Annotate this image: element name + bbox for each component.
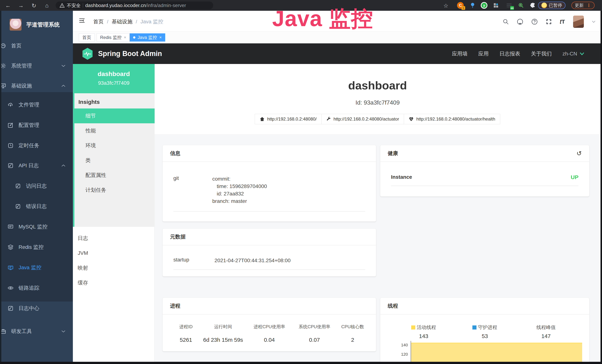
- subnav-jvm[interactable]: JVM: [73, 246, 155, 260]
- breadcrumb-current: Java 监控: [140, 18, 163, 25]
- health-url-button[interactable]: http://192.168.0.2:48080/actuator/health: [404, 114, 500, 124]
- sidebar-item-dev-tools[interactable]: 研发工具: [0, 324, 73, 339]
- sidebar-item-api-log[interactable]: API 日志: [0, 158, 73, 173]
- sidebar-item-jobs[interactable]: 定时任务: [0, 138, 73, 153]
- help-icon[interactable]: [531, 19, 538, 25]
- paused-label: 已暂停: [549, 2, 562, 8]
- sba-brand-title[interactable]: Spring Boot Admin: [98, 50, 162, 58]
- avatar[interactable]: [573, 16, 584, 28]
- recording-paused-pill[interactable]: 已暂停: [538, 2, 566, 9]
- extension-green-y-icon[interactable]: y: [481, 2, 487, 9]
- sidebar-item-mysql[interactable]: MySQL 监控: [0, 220, 73, 234]
- subnav-classes[interactable]: 类: [74, 153, 155, 168]
- edit-icon: [7, 122, 14, 128]
- not-secure-warning-icon: [60, 3, 64, 8]
- sba-nav-about[interactable]: 关于我们: [531, 50, 552, 57]
- sidebar-item-java-monitor[interactable]: Java 监控: [0, 260, 73, 275]
- instance-header[interactable]: dashboard 93a3fc7f7409: [73, 64, 155, 93]
- tab-label: 首页: [82, 34, 91, 40]
- sidebar-item-config[interactable]: 配置管理: [0, 118, 73, 132]
- document-edit-icon: [15, 204, 21, 209]
- legend-label: 守护进程: [478, 324, 497, 331]
- breadcrumb-infra[interactable]: 基础设施: [112, 18, 132, 25]
- annotation-text: Java 监控: [272, 4, 373, 34]
- subnav-label: 配置属性: [86, 172, 106, 179]
- sba-nav-wallboard[interactable]: 应用墙: [452, 50, 468, 57]
- sidebar-item-tracing[interactable]: 链路追踪: [0, 281, 73, 295]
- app-logo-image: [10, 19, 22, 31]
- document-edit-icon: [7, 306, 14, 311]
- actuator-url-button[interactable]: http://192.168.0.2:48080/actuator: [322, 114, 404, 124]
- forward-icon[interactable]: →: [18, 2, 24, 9]
- extension-grid-icon[interactable]: [493, 2, 499, 9]
- subnav-environment[interactable]: 环境: [74, 138, 155, 153]
- schedule-icon: [7, 143, 14, 148]
- home-icon[interactable]: ⌂: [44, 2, 50, 9]
- breadcrumb-separator: /: [107, 19, 108, 25]
- breadcrumb-separator: /: [136, 19, 137, 25]
- window-left-border: [0, 11, 1, 364]
- sidebar-item-access-log[interactable]: 访问日志: [0, 179, 73, 193]
- chevron-up-icon: [61, 85, 65, 87]
- subnav-caches[interactable]: 缓存: [73, 275, 155, 290]
- info-row-value: commit: time: 1596289704000 id: 27aa832 …: [212, 175, 267, 205]
- subnav-mappings[interactable]: 映射: [73, 260, 155, 275]
- back-icon[interactable]: ←: [5, 2, 11, 9]
- tab-redis-monitor[interactable]: Redis 监控 ×: [97, 33, 130, 42]
- app-logo-row[interactable]: 芋道管理系统: [0, 14, 73, 35]
- status-badge: UP: [571, 174, 579, 181]
- subnav-label: 日志: [78, 235, 88, 242]
- peak-threads-value: 147: [516, 333, 577, 339]
- subnav-metrics[interactable]: 性能: [74, 123, 155, 138]
- github-icon[interactable]: [517, 19, 523, 25]
- sidebar-item-infra[interactable]: 基础设施: [0, 79, 73, 93]
- extension-tampermonkey-icon[interactable]: on: [506, 2, 512, 9]
- subnav-details[interactable]: 细节: [74, 108, 155, 123]
- git-branch-line: branch: master: [212, 197, 267, 205]
- breadcrumb-home[interactable]: 首页: [93, 18, 104, 25]
- sba-language-select[interactable]: zh-CN: [562, 51, 584, 57]
- tab-close-icon[interactable]: ×: [159, 35, 162, 40]
- sidebar-item-home[interactable]: 首页: [0, 39, 73, 53]
- address-bar[interactable]: 不安全 dashboard.yudao.iocoder.cn/infra/adm…: [56, 1, 213, 9]
- sidebar-item-files[interactable]: 文件管理: [0, 97, 73, 112]
- extension-pin-icon[interactable]: [469, 2, 476, 9]
- subnav-config-props[interactable]: 配置属性: [74, 168, 155, 183]
- subnav-scheduled-tasks[interactable]: 计划任务: [74, 183, 155, 197]
- sba-nav-journal[interactable]: 日志报表: [499, 50, 520, 57]
- tab-home[interactable]: 首页: [79, 33, 95, 42]
- tab-java-monitor[interactable]: Java 监控 ×: [129, 33, 165, 42]
- insights-section-label: Insights: [78, 99, 100, 105]
- sba-nav-applications[interactable]: 应用: [478, 50, 489, 57]
- user-menu-caret-icon[interactable]: [592, 21, 595, 23]
- sidebar-collapse-icon[interactable]: [79, 18, 85, 23]
- extension-colorzilla-icon[interactable]: C 1: [457, 2, 464, 9]
- update-label: 更新: [575, 2, 584, 8]
- metadata-card-title: 元数据: [170, 233, 186, 240]
- actuator-url: http://192.168.0.2:48080/actuator: [333, 117, 399, 122]
- update-button[interactable]: 更新 ⋮: [571, 2, 595, 9]
- sidebar-item-redis[interactable]: Redis 监控: [0, 240, 73, 254]
- browser-menu-dots-icon[interactable]: ⋮: [587, 3, 591, 8]
- search-icon[interactable]: [503, 19, 509, 25]
- daemon-threads-value: 53: [454, 333, 516, 339]
- reload-icon[interactable]: ↻: [31, 2, 37, 9]
- tab-close-icon[interactable]: ×: [124, 35, 126, 40]
- bookmark-star-icon[interactable]: ☆: [443, 2, 449, 9]
- font-size-icon[interactable]: 𝑡T: [560, 19, 565, 25]
- process-col-cpu: 进程CPU使用率: [247, 324, 292, 330]
- subnav-logging[interactable]: 日志: [73, 231, 155, 246]
- history-icon[interactable]: ↺: [577, 150, 582, 157]
- sidebar-item-error-log[interactable]: 错误日志: [0, 199, 73, 214]
- sidebar-item-system[interactable]: 系统管理: [0, 59, 73, 73]
- subnav-label: JVM: [78, 250, 88, 256]
- extension-magnifier-icon[interactable]: [518, 2, 524, 9]
- instance-id-line: Id: 93a3fc7f7409: [155, 99, 601, 106]
- sidebar-item-label: 基础设施: [11, 82, 32, 89]
- extensions-puzzle-icon[interactable]: [529, 2, 536, 9]
- home-icon: [260, 117, 265, 121]
- sidebar-item-label: 系统管理: [11, 62, 32, 69]
- sidebar-item-log-center[interactable]: 日志中心: [0, 301, 73, 316]
- service-url-button[interactable]: http://192.168.0.2:48080/: [255, 114, 322, 124]
- fullscreen-icon[interactable]: [546, 19, 552, 25]
